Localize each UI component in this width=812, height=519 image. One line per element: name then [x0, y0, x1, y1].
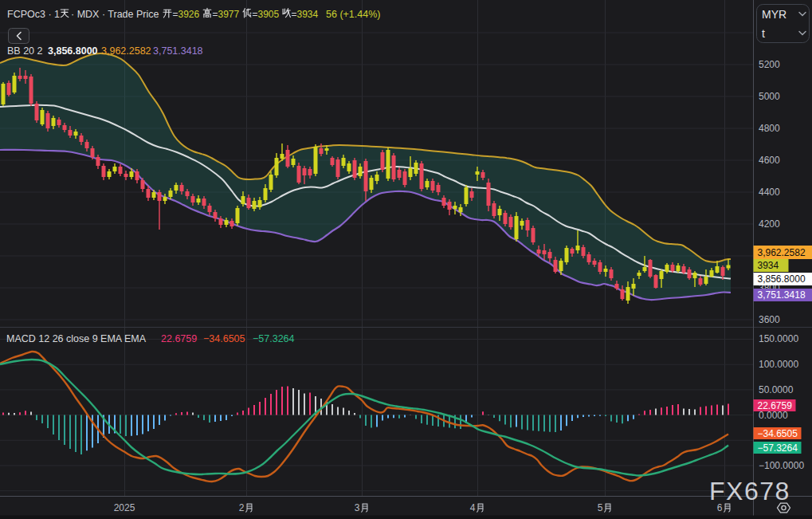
svg-text:4: 4 — [470, 502, 476, 513]
svg-text:3: 3 — [355, 502, 360, 513]
svg-text:3,962.2582: 3,962.2582 — [758, 247, 806, 258]
svg-text:3,751.3418: 3,751.3418 — [153, 45, 203, 57]
svg-text:=3977: =3977 — [213, 9, 240, 20]
svg-text:MYR: MYR — [762, 8, 787, 21]
svg-text:−34.6505: −34.6505 — [758, 428, 798, 439]
svg-text:4400: 4400 — [759, 187, 780, 198]
svg-text:150.0000: 150.0000 — [759, 333, 798, 344]
svg-text:−57.3264: −57.3264 — [253, 333, 295, 344]
svg-text:4200: 4200 — [759, 218, 780, 230]
svg-text:−100.0000: −100.0000 — [759, 460, 804, 471]
svg-text:4800: 4800 — [759, 123, 780, 134]
svg-text:· MDX · Trade Price: · MDX · Trade Price — [71, 9, 159, 20]
svg-text:100.0000: 100.0000 — [759, 359, 798, 370]
svg-text:3,856.8000: 3,856.8000 — [758, 273, 806, 285]
svg-text:2025: 2025 — [114, 502, 135, 513]
svg-text:5000: 5000 — [759, 91, 780, 102]
svg-text:3,856.8000: 3,856.8000 — [48, 45, 98, 57]
svg-text:−57.3264: −57.3264 — [758, 442, 798, 454]
svg-text:22.6759: 22.6759 — [758, 400, 793, 411]
svg-text:3,962.2582: 3,962.2582 — [101, 45, 151, 57]
svg-text:22.6759: 22.6759 — [161, 333, 197, 344]
svg-text:3934: 3934 — [758, 260, 779, 271]
svg-text:−34.6505: −34.6505 — [203, 333, 245, 344]
svg-text:=3926: =3926 — [173, 9, 200, 20]
svg-text:3600: 3600 — [759, 314, 780, 325]
svg-text:FX678: FX678 — [709, 477, 790, 505]
svg-text:FCPOc3 · 1: FCPOc3 · 1 — [7, 9, 60, 20]
svg-text:5200: 5200 — [759, 59, 780, 70]
svg-text:2: 2 — [239, 502, 245, 513]
svg-text:4600: 4600 — [759, 155, 780, 166]
svg-text:BB 20 2: BB 20 2 — [7, 45, 43, 57]
svg-text:50.0000: 50.0000 — [759, 384, 794, 395]
svg-text:MACD 12 26 close 9 EMA EMA: MACD 12 26 close 9 EMA EMA — [6, 333, 147, 344]
svg-text:6: 6 — [717, 502, 723, 513]
svg-text:=3905: =3905 — [253, 9, 280, 20]
svg-text:3,751.3418: 3,751.3418 — [758, 289, 806, 301]
svg-text:5: 5 — [598, 502, 603, 513]
svg-text:0.0000: 0.0000 — [759, 410, 788, 421]
svg-text:=3934: =3934 — [292, 9, 319, 20]
svg-text:56 (+1.44%): 56 (+1.44%) — [326, 9, 380, 20]
svg-text:t: t — [762, 27, 765, 40]
